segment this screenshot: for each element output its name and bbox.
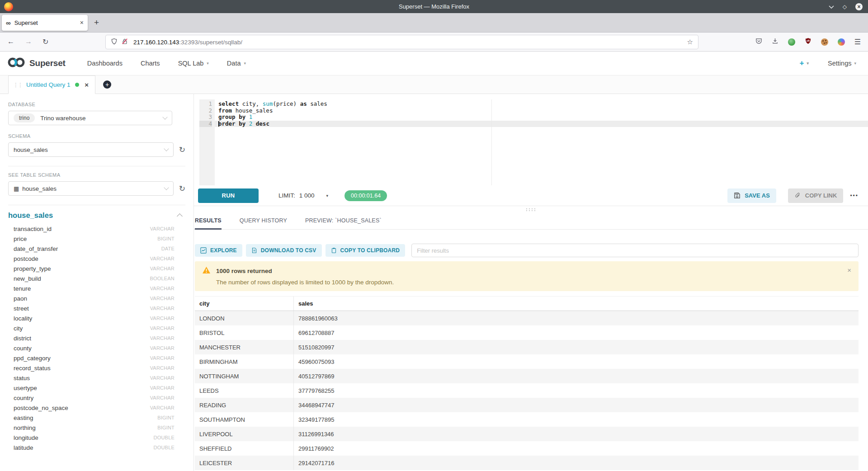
shield-icon[interactable] bbox=[111, 38, 118, 47]
sql-token bbox=[252, 120, 256, 127]
copy-link-button[interactable]: COPY LINK bbox=[788, 188, 844, 203]
tab-preview-house-sales[interactable]: PREVIEW: `HOUSE_SALES` bbox=[305, 217, 382, 229]
tab-results[interactable]: RESULTS bbox=[195, 217, 222, 229]
menu-icon[interactable]: ☰ bbox=[854, 38, 861, 46]
column-name: postcode bbox=[14, 255, 38, 262]
nav-item-charts[interactable]: Charts bbox=[141, 60, 160, 67]
sql-editor[interactable]: 1234 select city, sum(price) as salesfro… bbox=[199, 99, 868, 185]
add-query-tab-button[interactable]: + bbox=[103, 80, 111, 89]
lock-insecure-icon[interactable] bbox=[122, 38, 128, 47]
pane-resizer[interactable] bbox=[194, 206, 868, 213]
bookmark-star-icon[interactable]: ☆ bbox=[687, 38, 693, 46]
column-name: easting bbox=[14, 414, 33, 421]
file-icon bbox=[251, 247, 257, 254]
copy-to-clipboard-button[interactable]: COPY TO CLIPBOARD bbox=[326, 244, 406, 257]
nav-item-sql-lab[interactable]: SQL Lab▾ bbox=[178, 60, 209, 67]
nav-item-dashboards[interactable]: Dashboards bbox=[87, 60, 123, 67]
limit-label: LIMIT: bbox=[278, 192, 295, 199]
back-icon[interactable]: ← bbox=[7, 38, 14, 46]
column-list: transaction_idVARCHARpriceBIGINTdate_of_… bbox=[8, 224, 185, 452]
table-cell: LONDON bbox=[195, 311, 293, 325]
column-header-sales[interactable]: sales bbox=[293, 297, 859, 311]
drag-handle-icon[interactable]: ⋮⋮ bbox=[13, 82, 22, 88]
table-value: house_sales bbox=[22, 185, 57, 192]
limit-dropdown[interactable]: LIMIT: 1 000 ▾ bbox=[278, 192, 328, 199]
column-type: BIGINT bbox=[157, 425, 175, 430]
save-as-button[interactable]: SAVE AS bbox=[727, 188, 776, 203]
browser-toolbar: ← → ↻ 217.160.120.143:32393/superset/sql… bbox=[0, 33, 868, 52]
query-tab-close-icon[interactable]: × bbox=[85, 81, 89, 89]
drag-handle-icon[interactable] bbox=[525, 208, 537, 212]
column-header-city[interactable]: city bbox=[195, 297, 293, 311]
column-row: localityVARCHAR bbox=[8, 313, 185, 323]
schema-select[interactable]: house_sales bbox=[8, 142, 174, 157]
run-button[interactable]: RUN bbox=[198, 188, 259, 203]
url-host: 217.160.120.143 bbox=[133, 39, 179, 46]
tab-close-icon[interactable]: × bbox=[80, 19, 84, 26]
add-new-button[interactable]: +▾ bbox=[800, 59, 809, 68]
copy-link-label: COPY LINK bbox=[805, 192, 837, 199]
code-line: from house_sales bbox=[215, 108, 868, 114]
query-tab[interactable]: ⋮⋮ Untitled Query 1 × bbox=[8, 75, 95, 94]
ublock-icon[interactable]: uB bbox=[805, 38, 811, 46]
maximize-icon[interactable]: ◇ bbox=[843, 4, 847, 9]
sql-token bbox=[245, 113, 249, 120]
settings-menu[interactable]: Settings▾ bbox=[828, 60, 856, 67]
privacy-badger-icon[interactable] bbox=[788, 38, 795, 46]
sql-token: select bbox=[218, 100, 239, 107]
sql-token: order by bbox=[218, 120, 245, 127]
caret-down-icon: ▾ bbox=[244, 61, 246, 66]
close-icon[interactable]: × bbox=[855, 3, 863, 10]
column-row: date_of_transferDATE bbox=[8, 244, 185, 254]
url-text[interactable]: 217.160.120.143:32393/superset/sqllab/ bbox=[133, 39, 242, 46]
cookie-icon[interactable] bbox=[821, 38, 828, 46]
code-line: group by 1 bbox=[215, 114, 868, 121]
table-cell: 69612708887 bbox=[293, 325, 859, 340]
table-select[interactable]: ▦ house_sales bbox=[8, 181, 174, 196]
editor-code[interactable]: select city, sum(price) as salesfrom hou… bbox=[215, 99, 868, 185]
address-bar[interactable]: 217.160.120.143:32393/superset/sqllab/ ☆ bbox=[105, 35, 698, 49]
download-icon[interactable] bbox=[772, 38, 778, 46]
superset-favicon-icon: ∞ bbox=[6, 19, 11, 27]
container-icon[interactable] bbox=[838, 38, 845, 46]
sql-token: desc bbox=[256, 120, 269, 127]
column-name: date_of_transfer bbox=[14, 245, 58, 252]
nav-item-data[interactable]: Data▾ bbox=[227, 60, 246, 67]
divider bbox=[8, 205, 185, 205]
nav-item-label: Data bbox=[227, 60, 241, 67]
window-controls: ◇ × bbox=[829, 3, 863, 10]
chart-icon bbox=[200, 247, 207, 254]
column-type: VARCHAR bbox=[150, 375, 175, 381]
sql-token: city, bbox=[239, 100, 263, 107]
more-options-button[interactable]: ••• bbox=[850, 193, 859, 199]
reload-icon[interactable]: ↻ bbox=[42, 38, 48, 46]
pocket-icon[interactable] bbox=[755, 38, 762, 46]
filter-results-input[interactable] bbox=[411, 244, 859, 257]
superset-brand[interactable]: Superset bbox=[7, 57, 66, 70]
minimize-icon[interactable] bbox=[829, 4, 834, 9]
column-type: VARCHAR bbox=[150, 345, 175, 351]
column-type: VARCHAR bbox=[150, 306, 175, 311]
table-cell: SHEFFIELD bbox=[195, 441, 293, 456]
explore-button[interactable]: EXPLORE bbox=[195, 244, 242, 257]
new-tab-button[interactable]: + bbox=[94, 18, 99, 28]
column-row: northingBIGINT bbox=[8, 423, 185, 433]
table-cell: BIRMINGHAM bbox=[195, 354, 293, 369]
database-select[interactable]: trino Trino warehouse bbox=[8, 111, 172, 125]
sql-token: house_sales bbox=[232, 107, 273, 114]
download-to-csv-button[interactable]: DOWNLOAD TO CSV bbox=[246, 244, 322, 257]
table-row: LONDON788861960063 bbox=[195, 311, 859, 325]
table-row: SHEFFIELD29911769902 bbox=[195, 441, 859, 456]
column-name: property_type bbox=[14, 265, 51, 272]
column-row: new_buildBOOLEAN bbox=[8, 273, 185, 283]
tab-query-history[interactable]: QUERY HISTORY bbox=[240, 217, 287, 229]
refresh-table-icon[interactable]: ↻ bbox=[179, 185, 185, 193]
column-name: latitude bbox=[14, 444, 33, 451]
column-type: VARCHAR bbox=[150, 325, 175, 331]
table-cell: 34468947747 bbox=[293, 398, 859, 412]
browser-tab[interactable]: ∞ Superset × bbox=[2, 15, 88, 31]
collapse-chevron-up-icon[interactable] bbox=[177, 213, 183, 219]
refresh-schema-icon[interactable]: ↻ bbox=[179, 146, 185, 154]
forward-icon[interactable]: → bbox=[25, 38, 32, 46]
alert-close-icon[interactable]: × bbox=[847, 266, 851, 274]
